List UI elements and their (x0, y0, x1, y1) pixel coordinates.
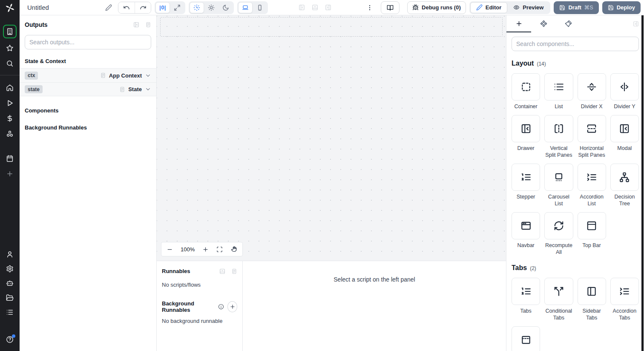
vertical-split-icon (553, 123, 564, 134)
component-card-vertical-split-panes[interactable]: Vertical Split Panes (544, 115, 573, 158)
folders-icon (6, 294, 14, 302)
mobile-view-button[interactable] (253, 2, 267, 13)
zoom-out-button[interactable] (167, 246, 173, 253)
component-card-conditional-tabs[interactable]: Conditional Tabs (544, 278, 573, 321)
section-title: Tabs (512, 264, 527, 272)
collapse-right-panel-icon[interactable] (633, 21, 639, 27)
output-row-state[interactable]: stateState (20, 82, 156, 96)
collapse-panel-icon[interactable] (219, 268, 225, 274)
workspace-sidebar (0, 0, 20, 351)
tab-insert-component[interactable] (506, 15, 531, 32)
component-card-horizontal-split-panes[interactable]: Horizontal Split Panes (578, 115, 606, 158)
sidebar-item-home[interactable] (6, 84, 14, 92)
desktop-view-button[interactable] (238, 2, 253, 13)
sidebar-item-settings[interactable] (6, 265, 14, 273)
debug-runs-button[interactable]: Debug runs (0) (407, 1, 466, 14)
right-panel-scrollbar[interactable] (641, 15, 644, 351)
app-title[interactable]: Untitled (27, 4, 49, 11)
sidebar-item-search[interactable] (6, 60, 14, 67)
component-card-top-bar[interactable]: Top Bar (578, 212, 606, 256)
theme-dark-button[interactable] (218, 2, 233, 13)
sidebar-item-folders[interactable] (6, 294, 14, 302)
component-card-carousel-list[interactable]: Carousel List (544, 164, 573, 207)
undo-button[interactable] (118, 2, 135, 13)
component-card-partial[interactable] (512, 326, 540, 351)
more-menu-button[interactable] (366, 4, 373, 11)
doc-icon[interactable] (231, 268, 237, 274)
hand-icon (230, 246, 237, 253)
sidebar-item-star[interactable] (6, 44, 14, 52)
output-row-ctx[interactable]: ctxApp Context (20, 68, 156, 82)
redo-button[interactable] (135, 2, 151, 13)
section-heading: Layout(14) (512, 60, 639, 67)
component-card-recompute-all[interactable]: Recompute All (544, 212, 573, 256)
fit-view-button[interactable] (216, 246, 223, 253)
sidebar-item-runs[interactable] (6, 99, 14, 107)
draft-button[interactable]: Draft ⌘S (554, 1, 598, 14)
expand-canvas-button[interactable] (170, 2, 184, 13)
app-canvas[interactable]: 100% (157, 15, 506, 261)
rename-app-button[interactable] (105, 4, 112, 11)
panel-right-toggle-icon[interactable] (325, 4, 331, 11)
pan-mode-button[interactable] (230, 246, 237, 253)
decision-tree-icon (619, 172, 630, 183)
list-icon (553, 81, 564, 92)
zoom-in-button[interactable] (202, 246, 209, 253)
theme-light-button[interactable] (204, 2, 218, 13)
no-background-runnable-text: No background runnable (162, 318, 237, 324)
select-script-hint: Select a script on the left panel (334, 276, 415, 283)
editor-tab[interactable]: Editor (470, 2, 508, 13)
sidebar-item-apps[interactable] (3, 25, 17, 38)
sidebar-item-variables[interactable] (6, 115, 14, 122)
component-card-tabs[interactable]: Tabs (512, 278, 540, 321)
panel-left-toggle-icon[interactable] (299, 4, 305, 11)
component-card-stepper[interactable]: Stepper (512, 164, 540, 207)
theme-auto-button[interactable] (190, 2, 204, 13)
recompute-icon (553, 220, 564, 231)
tab-styling[interactable] (556, 15, 581, 32)
sidebar-item-help[interactable] (6, 336, 14, 343)
component-card-accordion-list[interactable]: Accordion List (578, 164, 606, 207)
component-card-drawer[interactable]: Drawer (512, 115, 540, 158)
deploy-button[interactable]: Deploy (602, 1, 641, 14)
component-card-decision-tree[interactable]: Decision Tree (610, 164, 639, 207)
info-icon[interactable] (218, 304, 224, 310)
plus-icon (515, 20, 523, 27)
panel-bottom-toggle-icon[interactable] (312, 4, 318, 11)
runs-icon (6, 99, 14, 107)
sidebar-item-schedules[interactable] (6, 155, 14, 162)
moon-icon (222, 4, 229, 11)
sidebar-top-icons (0, 15, 20, 185)
search-components-input[interactable] (512, 37, 639, 51)
section-count: (2) (530, 265, 536, 271)
windmill-logo[interactable] (0, 0, 20, 15)
component-card-navbar[interactable]: Navbar (512, 212, 540, 256)
component-card-divider-x[interactable]: Divider X (578, 73, 606, 110)
doc-icon[interactable] (145, 22, 151, 28)
sidebar-item-plus[interactable] (6, 170, 14, 178)
search-outputs-input[interactable] (25, 35, 151, 49)
add-background-runnable-button[interactable] (227, 301, 237, 312)
chevron-down-icon[interactable] (145, 86, 151, 92)
chevron-down-icon[interactable] (145, 72, 151, 79)
outputs-panel: Outputs State & Context ctxApp Contextst… (20, 15, 157, 351)
component-card-sidebar-tabs[interactable]: Sidebar Tabs (578, 278, 606, 321)
component-card-divider-y[interactable]: Divider Y (610, 73, 639, 110)
sidebar-item-user[interactable] (6, 250, 14, 258)
component-card-accordion-tabs[interactable]: Accordion Tabs (610, 278, 639, 321)
component-card-modal[interactable]: Modal (610, 115, 639, 158)
tab-component-settings[interactable] (531, 15, 556, 32)
component-card-list[interactable]: List (544, 73, 573, 110)
exact-width-button[interactable]: |0| (155, 2, 170, 13)
component-card-label: Container (512, 103, 540, 110)
sidebar-item-resources[interactable] (6, 130, 14, 138)
output-key-badge: ctx (25, 72, 38, 80)
collapse-panel-icon[interactable] (133, 22, 139, 28)
sidebar-item-logs[interactable] (6, 308, 14, 316)
canvas-drop-zone[interactable] (160, 17, 503, 37)
sidebar-item-workers[interactable] (6, 279, 14, 287)
conditional-tabs-icon (553, 286, 564, 297)
preview-tab[interactable]: Preview (507, 2, 549, 13)
component-card-container[interactable]: Container (512, 73, 540, 110)
docs-button[interactable] (381, 1, 400, 14)
